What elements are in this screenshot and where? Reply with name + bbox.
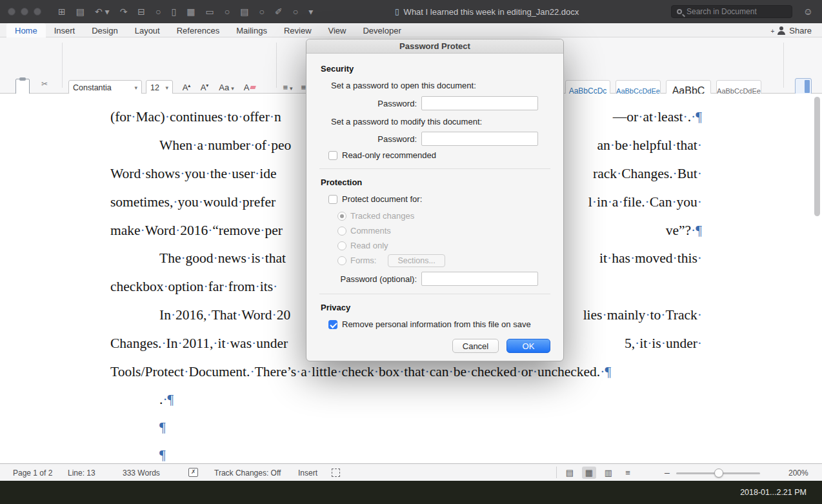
- doc-line-left: When·a·number·of·peo: [110, 131, 291, 159]
- print-icon[interactable]: ⊟: [137, 6, 145, 17]
- status-word-count[interactable]: 333 Words: [123, 469, 160, 478]
- doc-line-right: 5,·it·is·under·: [625, 329, 702, 358]
- view-outline-button[interactable]: ▥: [601, 467, 616, 479]
- status-page[interactable]: Page 1 of 2: [13, 469, 52, 478]
- spellcheck-icon[interactable]: [188, 468, 198, 477]
- protect-document-checkbox[interactable]: Protect document for:: [328, 194, 422, 204]
- tab-references[interactable]: References: [168, 23, 228, 37]
- optional-password-input[interactable]: [421, 272, 538, 286]
- sections-button: Sections...: [388, 254, 445, 267]
- tab-design[interactable]: Design: [83, 23, 126, 37]
- doc-line-right: it·has·moved·this·: [599, 244, 702, 272]
- show-ribbon-icon[interactable]: ⊞: [58, 6, 66, 17]
- share-button[interactable]: Share: [770, 23, 812, 37]
- doc-line-left: make·Word·2016·“remove·per: [110, 216, 283, 245]
- readonly-recommended-checkbox[interactable]: Read-only recommended: [328, 150, 436, 160]
- divider: [319, 294, 550, 294]
- checkbox-label: Read-only recommended: [342, 150, 436, 160]
- style-brush-icon[interactable]: ✐: [275, 6, 283, 17]
- draw-circle-icon[interactable]: ○: [259, 6, 264, 17]
- bullet-list-icon: [283, 83, 288, 92]
- bullet-list-button[interactable]: [280, 80, 296, 95]
- table-icon[interactable]: ▦: [186, 6, 195, 17]
- desktop-filename-label: 2018-01...2.21 PM: [740, 488, 807, 497]
- radio-label: Comments: [350, 226, 391, 236]
- media-circle-icon[interactable]: ○: [225, 6, 230, 17]
- grow-font-button[interactable]: A: [178, 80, 195, 95]
- save-icon[interactable]: ▤: [76, 6, 85, 17]
- view-print-layout-button[interactable]: ▦: [582, 467, 596, 479]
- zoom-out-button[interactable]: –: [665, 467, 670, 478]
- tab-developer[interactable]: Developer: [354, 23, 409, 37]
- privacy-heading: Privacy: [321, 303, 350, 312]
- tab-mailings[interactable]: Mailings: [228, 23, 276, 37]
- status-track-changes[interactable]: Track Changes: Off: [214, 469, 281, 478]
- cancel-button[interactable]: Cancel: [452, 339, 499, 353]
- open-password-input[interactable]: [421, 96, 538, 110]
- vertical-scrollbar[interactable]: [814, 97, 820, 216]
- eraser-icon: [250, 86, 257, 89]
- view-draft-button[interactable]: ▤: [563, 467, 577, 479]
- selection-tool-icon[interactable]: [332, 469, 340, 477]
- doc-line-left: Changes.·In·2011,·it·was·under: [110, 329, 288, 358]
- password-protect-dialog: Password Protect Security Set a password…: [306, 39, 564, 361]
- clear-format-glyph: A: [244, 83, 250, 92]
- tab-insert[interactable]: Insert: [46, 23, 84, 37]
- status-bar: Page 1 of 2 Line: 13 333 Words Track Cha…: [0, 463, 822, 481]
- ledger-icon[interactable]: ▤: [240, 6, 248, 17]
- font-name-select[interactable]: Constantia▾: [68, 80, 142, 95]
- document-title-area: ▯ What I learned this week in editing_Ja…: [395, 0, 579, 23]
- toolbar-options-icon[interactable]: ▾: [308, 6, 313, 17]
- tab-view[interactable]: View: [320, 23, 355, 37]
- zoom-slider-knob[interactable]: [714, 469, 723, 478]
- cut-button[interactable]: ✂: [41, 80, 48, 88]
- document-title: What I learned this week in editing_Jan2…: [404, 7, 579, 17]
- doc-line-left: ¶: [110, 441, 166, 463]
- ribbon-tab-bar: HomeInsertDesignLayoutReferencesMailings…: [0, 23, 822, 37]
- status-line: Line: 13: [68, 469, 95, 478]
- minimize-button[interactable]: [21, 8, 28, 15]
- optional-password-label: Password (optional):: [321, 274, 417, 284]
- ok-button[interactable]: OK: [506, 339, 550, 353]
- protection-heading: Protection: [321, 177, 362, 187]
- tab-layout[interactable]: Layout: [126, 23, 168, 37]
- status-divider: [556, 467, 557, 478]
- format-circle-icon[interactable]: ○: [155, 6, 161, 17]
- font-size-value: 12: [150, 83, 159, 92]
- tab-review[interactable]: Review: [276, 23, 320, 37]
- redo-icon[interactable]: ↷: [120, 6, 128, 17]
- checkbox-label: Protect document for:: [342, 194, 422, 204]
- doc-line-left: sometimes,·you·would·prefer: [110, 188, 276, 216]
- search-input[interactable]: Search in Document: [671, 5, 792, 18]
- chevron-down-icon: [288, 83, 293, 92]
- status-insert-mode[interactable]: Insert: [298, 469, 317, 478]
- open-password-label: Set a password to open this document:: [331, 81, 476, 90]
- zoom-circle-icon[interactable]: ○: [293, 6, 298, 17]
- numbered-list-icon: [301, 83, 306, 92]
- zoom-level[interactable]: 200%: [788, 469, 808, 478]
- notebook-icon[interactable]: ▯: [172, 6, 177, 17]
- shapes-icon[interactable]: ▭: [206, 6, 214, 17]
- radio-tracked-changes: Tracked changes: [337, 208, 445, 223]
- traffic-lights: [8, 8, 41, 15]
- checkbox-box: [328, 320, 337, 329]
- view-focus-button[interactable]: ≡: [621, 467, 635, 479]
- modify-password-input[interactable]: [421, 132, 538, 146]
- triangle-up-icon: [188, 83, 190, 92]
- undo-icon[interactable]: ↶ ▾: [95, 6, 110, 17]
- change-case-button[interactable]: Aa: [217, 80, 236, 95]
- feedback-smiley-icon[interactable]: ☺: [803, 6, 813, 17]
- shrink-font-button[interactable]: A: [196, 80, 213, 95]
- modify-password-label: Set a password to modify this document:: [331, 117, 482, 126]
- font-size-select[interactable]: 12▾: [146, 80, 173, 95]
- tab-home[interactable]: Home: [6, 23, 46, 37]
- zoom-slider[interactable]: [676, 472, 760, 474]
- close-button[interactable]: [8, 8, 15, 15]
- styles-pane-icon: [795, 78, 812, 95]
- zoom-window-button[interactable]: [34, 8, 41, 15]
- privacy-checkbox[interactable]: Remove personal information from this fi…: [328, 319, 531, 329]
- checkbox-box: [328, 195, 337, 204]
- ribbon-tabs: HomeInsertDesignLayoutReferencesMailings…: [6, 23, 822, 37]
- dialog-title: Password Protect: [306, 39, 563, 54]
- clear-formatting-button[interactable]: A: [240, 80, 259, 95]
